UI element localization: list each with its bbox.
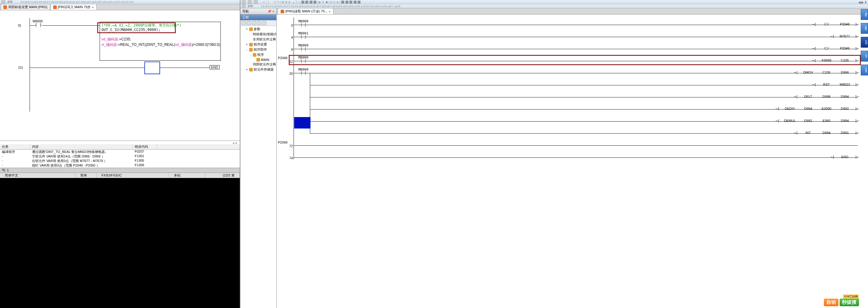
header-content[interactable]: 内容 [30, 144, 133, 149]
nav-btn[interactable] [242, 21, 246, 25]
output-instruction: ─[ CJ P2048 ]─ [812, 22, 859, 26]
code-text: )/+2000.0)*360.0); [192, 42, 221, 47]
tab-prg-read-main[interactable]: [PRG]读取 MAIN (只读) 75... × [278, 8, 334, 14]
nav-btn[interactable] [257, 21, 261, 25]
tree-node[interactable]: 全局软元件注释 [241, 37, 276, 42]
rung-number: 20 [285, 72, 293, 75]
right-toolbar-1[interactable]: ✂ 📋 📄 ↶ ↷ | ⊞ ⊟ ⊡ 📊 🔧 | ⬛ ⬛ ⬛ ⬛ | ▶ ⏸ ⏹ … [240, 0, 868, 4]
code-variable: vd_编码器 [175, 42, 191, 47]
side-tab[interactable]: ility [861, 9, 868, 20]
right-toolbar-2[interactable]: 参数 F3 sF3 F4 sF4 F5 F6 F7 F8 F9 sF9 cF9 … [240, 4, 868, 8]
contact-label: M8000 [33, 19, 43, 23]
open-icon[interactable] [248, 0, 252, 4]
nav-btn[interactable] [252, 21, 256, 25]
right-editor-pane: ✂ 📋 📄 ↶ ↷ | ⊞ ⊟ ⊡ 📊 🔧 | ⬛ ⬛ ⬛ ⬛ | ▶ ⏸ ⏹ … [240, 0, 868, 308]
error-row[interactable]: -位软元件 VAR用 使用3点（范围 M7677 - M7679 ）F1305 [0, 159, 240, 163]
error-table-body[interactable]: 编译程序通过函数'DINT_TO_REAL'复位M8023特殊继电器。F0207… [0, 150, 240, 168]
nav-panel-header[interactable]: 导航 📌 ✕ [240, 8, 276, 14]
error-row[interactable]: -字软元件 VAR用 使用14点（范围 D986 - D999 ）F1301 [0, 154, 240, 159]
program-icon [281, 10, 284, 13]
status-mode: 简单 [75, 173, 97, 178]
rung-number: 8 [285, 48, 293, 51]
tab-prg-write-main[interactable]: [PRG]写入 MAIN 75步 × [51, 4, 97, 10]
program-icon [53, 5, 57, 9]
side-tab[interactable]: oSh [861, 37, 868, 48]
wire [30, 68, 211, 68]
save-icon[interactable] [254, 0, 258, 4]
error-row[interactable]: 编译程序通过函数'DINT_TO_REAL'复位M8023特殊继电器。F0207 [0, 150, 240, 154]
code-text: :=C235; [118, 37, 131, 41]
tree-node[interactable]: -程序部件 [241, 47, 276, 52]
status-cpu: FX3U/FX3UC [97, 173, 169, 177]
status-lang: 简体中文 [0, 173, 75, 178]
tree-node[interactable]: 特殊模块(智能功能模块) [241, 32, 276, 37]
side-tab[interactable]: roW [861, 65, 868, 75]
rung-number: 74 [285, 156, 293, 160]
left-tabbar: 局部标签设置 MAIN [PRG] [PRG]写入 MAIN 75步 × [0, 4, 240, 10]
toolbar-icon[interactable] [1, 0, 5, 4]
side-tab[interactable]: age [861, 23, 868, 34]
code-statement[interactable]: OUT_C_32(M8000,CC235,9999); [101, 28, 160, 32]
left-bus-rail [293, 18, 294, 159]
output-instruction: ─[ DMOV C235 D998 ]─ [794, 71, 859, 74]
left-ladder-editor[interactable]: 0) M8000 ┤ ├ (*X0.=A X1.=Z。2000P分辨率。单方向计… [0, 10, 240, 141]
output-instruction: ─[ INT D994 D991 ]─ [794, 131, 859, 135]
status-prefix: 号: 1 [2, 168, 9, 173]
left-toolbar[interactable]: 参数 F3 sF3 F4 sF4 F5 F6 F7 F8 F9 sF9 cF9 … [0, 0, 240, 4]
tree-node[interactable]: MAIN [241, 57, 276, 62]
code-variable: vi_编码器 [101, 42, 117, 47]
selection-box[interactable] [144, 62, 160, 74]
end-instruction: END [210, 65, 220, 69]
tab-label: 局部标签设置 MAIN [PRG] [8, 5, 48, 9]
right-ladder-viewer[interactable]: 0M8000─┤ ├──[ CJ P2048 ]─4M8001─┤ ├──[ M… [277, 14, 868, 308]
pane-window-controls[interactable]: ◀▶⬇ [858, 1, 867, 4]
tree-node[interactable]: +软元件存储器 [241, 67, 276, 72]
rung-number: 0) [18, 24, 21, 27]
new-icon[interactable] [242, 0, 246, 4]
wire [293, 158, 858, 158]
output-instruction: ─[ CJ P2049 ]─ [812, 46, 859, 50]
code-statement[interactable]: vd_编码器:=C235; [101, 37, 131, 42]
console-blank [0, 178, 240, 308]
tree-node[interactable]: -程序 [241, 52, 276, 57]
left-bus-rail [30, 18, 30, 112]
nav-btn[interactable] [262, 21, 267, 25]
contact-symbol: ┤ ├ [35, 23, 42, 27]
pointer-label: P2049 [278, 141, 287, 144]
wire [293, 145, 858, 146]
header-category[interactable]: 分类 [0, 144, 30, 149]
tab-label: [PRG]写入 MAIN 75步 [58, 5, 91, 9]
output-instruction: ─[ M7677 ]─ [831, 34, 859, 38]
output-instruction: ─[ END ]─ [831, 155, 859, 159]
output-instruction: ─[ RST M8023 ]─ [812, 83, 859, 87]
toolbar-label: 参数 [248, 4, 253, 8]
wire [310, 85, 858, 85]
status-line: 号: 1 [0, 168, 240, 173]
output-instruction: ─[ DEMUL D992 E360 D994 ]─ [776, 119, 859, 123]
code-text: :=REAL_TO_INT((DINT_TO_REAL( [117, 42, 175, 47]
close-icon[interactable]: × [92, 5, 94, 9]
header-errorcode[interactable]: 错误代码 [133, 144, 157, 149]
project-header[interactable]: 工程 [240, 14, 276, 20]
right-tabbar: [PRG]读取 MAIN (只读) 75... × ◀▶⬇ [277, 8, 868, 14]
side-tab[interactable]: EP [861, 51, 868, 62]
nav-btn[interactable] [247, 21, 251, 25]
tab-label: [PRG]读取 MAIN (只读) 75... [285, 9, 328, 13]
code-statement[interactable]: vi_编码器:=REAL_TO_INT((DINT_TO_REAL(vd_编码器… [101, 42, 221, 47]
error-row[interactable]: -指针 VAR用 使用3点（范围 P2048 - P2050 ）F1309 [0, 163, 240, 168]
toolbar-icon[interactable] [242, 4, 246, 8]
project-tree[interactable]: +参数 特殊模块(智能功能模块) 全局软元件注释+程序设置-程序部件-程序 MA… [240, 26, 276, 308]
wire [293, 49, 858, 49]
navigation-panel: 导航 📌 ✕ 工程 +参数 特殊模块(智能功能模块) 全局软元件注释+程序设置-… [240, 8, 277, 308]
watermark-text2: 秒拔搜 [840, 299, 859, 306]
tree-node[interactable]: +程序设置 [241, 42, 276, 47]
rung-number: 4 [285, 36, 293, 39]
tree-node[interactable]: +参数 [241, 27, 276, 32]
wire [293, 25, 858, 25]
tree-node[interactable]: 局部软元件注释 [241, 62, 276, 67]
tab-local-labels[interactable]: 局部标签设置 MAIN [PRG] [1, 4, 50, 10]
panel-controls[interactable]: ▾✕ [0, 141, 239, 145]
pin-icon[interactable]: 📌 ✕ [268, 10, 275, 13]
wire [310, 133, 858, 134]
close-icon[interactable]: × [329, 10, 331, 13]
